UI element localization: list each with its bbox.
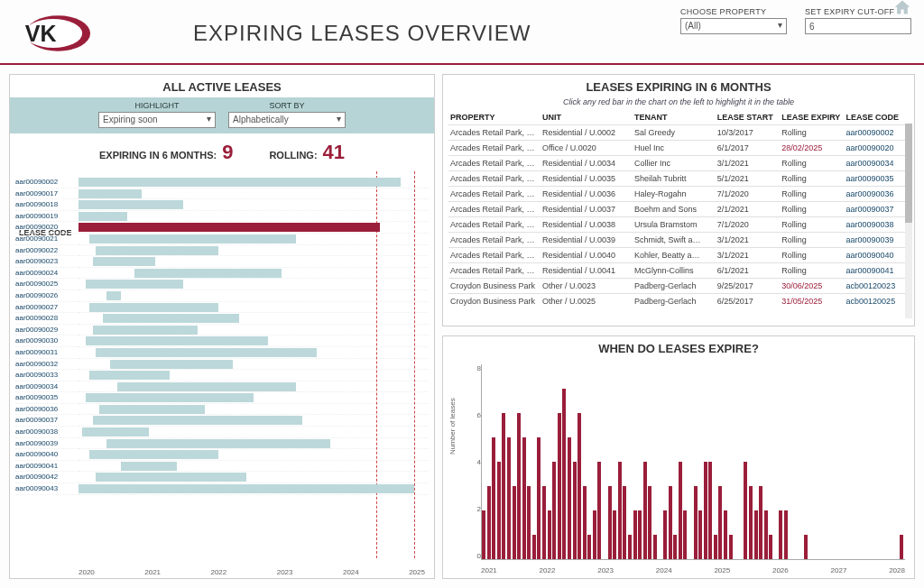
histogram-bar[interactable] [587,535,591,559]
table-row[interactable]: Arcades Retail Park, B…Residential / U.0… [448,248,909,263]
expiry-cutoff-input[interactable] [805,18,911,34]
gantt-row[interactable] [79,188,429,200]
histogram-bar[interactable] [714,535,717,559]
gantt-bar[interactable] [99,405,204,414]
histogram-bar[interactable] [663,510,667,559]
gantt-chart[interactable]: aar00090002aar00090017aar00090018aar0009… [10,171,434,578]
gantt-row[interactable] [79,268,429,280]
lease-code-label[interactable]: aar00090017 [15,188,79,200]
histogram-bar[interactable] [643,462,647,559]
table-header[interactable]: LEASE EXPIRY [780,110,844,125]
lease-code-label[interactable]: aar00090026 [15,290,79,302]
gantt-row[interactable] [79,392,429,404]
gantt-row[interactable] [79,381,429,393]
histogram-bar[interactable] [507,437,511,559]
gantt-bar[interactable] [93,326,198,335]
histogram-bar[interactable] [900,535,903,559]
gantt-row[interactable] [79,177,429,188]
histogram-bar[interactable] [497,462,501,559]
gantt-bar[interactable] [89,450,219,459]
gantt-row[interactable] [79,370,429,381]
table-scrollbar-thumb[interactable] [905,124,912,223]
gantt-row[interactable] [79,302,429,314]
table-row[interactable]: Arcades Retail Park, B…Office / U.0020Hu… [448,141,909,156]
lease-code-label[interactable]: aar00090039 [15,438,79,450]
table-row[interactable]: Arcades Retail Park, B…Residential / U.0… [448,202,909,217]
histogram-bar[interactable] [759,486,762,559]
gantt-bar[interactable] [79,223,380,232]
histogram-bar[interactable] [608,486,612,559]
gantt-bar[interactable] [106,291,121,300]
lease-code-label[interactable]: aar00090028 [15,313,79,325]
gantt-bar[interactable] [117,382,296,391]
lease-code-label[interactable]: aar00090033 [15,370,79,381]
histogram-bar[interactable] [698,510,702,559]
lease-code-label[interactable]: aar00090029 [15,325,79,336]
histogram-bar[interactable] [749,486,753,559]
histogram-bar[interactable] [648,486,651,559]
histogram-bar[interactable] [633,510,637,559]
histogram-bar[interactable] [558,413,561,559]
sort-select[interactable]: Alphabetically [228,112,346,128]
gantt-bar[interactable] [134,269,282,278]
histogram-bar[interactable] [679,462,682,559]
lease-code-label[interactable]: aar00090041 [15,461,79,473]
gantt-row[interactable] [79,427,429,438]
gantt-bar[interactable] [93,416,303,425]
lease-code-label[interactable]: aar00090020 [15,222,79,234]
histogram-bar[interactable] [522,437,526,559]
gantt-bar[interactable] [96,246,218,255]
table-row[interactable]: Arcades Retail Park, B…Residential / U.0… [448,171,909,187]
histogram-bar[interactable] [623,486,626,559]
histogram-bar[interactable] [638,510,642,559]
histogram-bar[interactable] [482,510,485,559]
lease-code-label[interactable]: aar00090018 [15,199,79,211]
gantt-row[interactable] [79,438,429,450]
lease-code-label[interactable]: aar00090024 [15,268,79,280]
gantt-row[interactable] [79,279,429,290]
lease-code-label[interactable]: aar00090037 [15,415,79,427]
lease-code-label[interactable]: aar00090019 [15,211,79,223]
gantt-bar[interactable] [79,178,401,187]
histogram-bar[interactable] [502,413,505,559]
histogram-bar[interactable] [527,486,531,559]
histogram-bar[interactable] [593,510,596,559]
lease-code-label[interactable]: aar00090042 [15,472,79,483]
gantt-bar[interactable] [103,314,239,323]
choose-property-select[interactable]: (All) [680,18,787,34]
gantt-bar[interactable] [86,393,254,402]
gantt-bar[interactable] [79,212,127,221]
lease-code-label[interactable]: aar00090036 [15,404,79,416]
histogram-bar[interactable] [548,510,551,559]
histogram-bar[interactable] [729,535,733,559]
gantt-row[interactable] [79,199,429,211]
gantt-bar[interactable] [79,484,414,493]
histogram-bar[interactable] [779,510,782,559]
gantt-row[interactable] [79,359,429,371]
gantt-row[interactable] [79,313,429,325]
gantt-bar[interactable] [96,348,316,357]
gantt-bar[interactable] [93,257,156,266]
table-header[interactable]: TENANT [633,110,716,125]
lease-code-label[interactable]: aar00090043 [15,483,79,495]
highlight-select[interactable]: Expiring soon [98,112,216,128]
lease-code-label[interactable]: aar00090038 [15,427,79,438]
gantt-bar[interactable] [86,280,184,289]
histogram-bar[interactable] [537,437,541,559]
histogram-bar[interactable] [552,462,556,559]
lease-code-label[interactable]: aar00090031 [15,347,79,359]
histogram-bar[interactable] [597,462,601,559]
histogram-bar[interactable] [673,535,677,559]
gantt-row[interactable] [79,472,429,483]
lease-code-label[interactable]: aar00090025 [15,279,79,290]
histogram-bar[interactable] [568,437,571,559]
gantt-row[interactable] [79,347,429,359]
histogram-bar[interactable] [784,510,788,559]
table-row[interactable]: Arcades Retail Park, B…Residential / U.0… [448,217,909,233]
table-row[interactable]: Arcades Retail Park, B…Residential / U.0… [448,125,909,141]
table-header[interactable]: LEASE CODE [845,110,909,125]
histogram-bar[interactable] [669,486,672,559]
lease-code-label[interactable]: aar00090021 [15,234,79,245]
histogram[interactable]: Number of leases 86420 20212022202320242… [443,359,914,578]
gantt-bar[interactable] [89,371,170,380]
